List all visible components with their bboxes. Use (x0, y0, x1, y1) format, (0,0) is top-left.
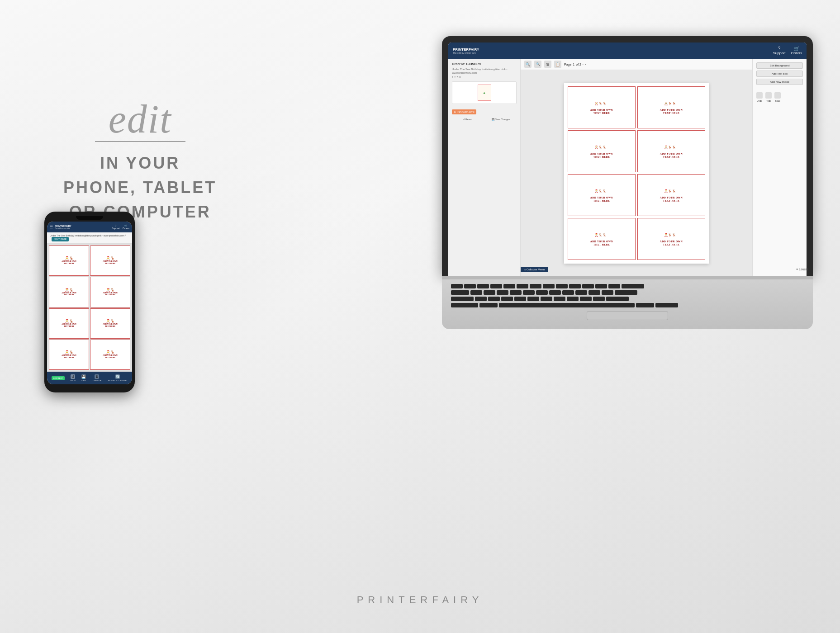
card-item-1[interactable]: 🎅🦌🦌 ADD YOUR OWNTEXT HERE (568, 86, 636, 128)
layers-button[interactable]: ≡ Layers (796, 264, 807, 272)
phone-card-7[interactable]: 🎅🦌 ADD YOUR OWNTEXT HERE (49, 340, 89, 370)
phone-card-5[interactable]: 🎅🦌 ADD YOUR OWNTEXT HERE (49, 308, 89, 339)
hamburger-icon[interactable]: ☰ (50, 225, 53, 229)
zoom-out-icon[interactable]: 🔍 (534, 61, 541, 68)
laptop-hinge (442, 276, 813, 279)
santa-icon-3: 🎅🦌🦌 (593, 143, 611, 151)
save-icon: 💾 (81, 374, 86, 379)
phone-notch (76, 216, 103, 220)
phone-orders-button[interactable]: 🛒 Orders (123, 224, 129, 230)
orders-button[interactable]: 🛒 Orders (791, 46, 802, 55)
phone-card-text-2: ADD YOUR OWNTEXT HERE (103, 260, 117, 265)
key (514, 297, 526, 301)
trash-icon[interactable]: 🗑 (544, 61, 551, 68)
support-button[interactable]: ? Support (773, 46, 786, 55)
santa-icon-8: 🎅🦌🦌 (662, 231, 680, 239)
key (497, 290, 508, 295)
phone-card-2[interactable]: 🎅🦌 ADD YOUR OWNTEXT HERE (90, 246, 130, 276)
key (530, 284, 541, 288)
order-detail: Under The Sea Birthday Invitation glitte… (452, 67, 517, 79)
card-item-2[interactable]: 🎅🦌🦌 ADD YOUR OWNTEXT HERE (637, 86, 705, 128)
phone-card-8[interactable]: 🎅🦌 ADD YOUR OWNTEXT HERE (90, 340, 130, 370)
phone-revert-button[interactable]: 🔄 REVERT TO ORIGINAL (108, 374, 128, 382)
key (490, 284, 502, 288)
phone-screen: ☰ PRINTERFAIRY The edit by printer fairy… (47, 222, 132, 384)
phone-order-info: Under The Sea Birthday Invitation glitte… (47, 232, 132, 244)
phone-card-1[interactable]: 🎅🦌 ADD YOUR OWNTEXT HERE (49, 246, 89, 276)
card-text-7: ADD YOUR OWNTEXT HERE (590, 240, 613, 246)
phone-undo-button[interactable]: ↺ UNDO (70, 374, 76, 382)
key (475, 297, 487, 301)
add-text-box-button[interactable]: Add Text Box (756, 71, 803, 77)
phone-card-6[interactable]: 🎅🦌 ADD YOUR OWNTEXT HERE (90, 308, 130, 339)
edit-text-button[interactable]: EDIT TEXT (52, 376, 64, 380)
key (580, 297, 592, 301)
laptop-bottom-section (442, 276, 813, 329)
collapse-menu-button[interactable]: « Collapse Menu (521, 267, 548, 272)
card-text-5: ADD YOUR OWNTEXT HERE (590, 196, 613, 202)
card-item-7[interactable]: 🎅🦌🦌 ADD YOUR OWNTEXT HERE (568, 218, 636, 260)
next-page-button[interactable]: NEXT PAGE (52, 237, 69, 241)
app-logo: PRINTERFAIRY The edit by printer fairy (453, 47, 479, 54)
phone-card-4[interactable]: 🎅🦌 ADD YOUR OWNTEXT HERE (90, 277, 130, 307)
phone-card-text-3: ADD YOUR OWNTEXT HERE (62, 292, 76, 297)
phone-body: ☰ PRINTERFAIRY The edit by printer fairy… (44, 212, 135, 392)
app-right-panel: Edit Background Add Text Box Add New Ima… (752, 59, 807, 276)
laptop-screen-outer: PRINTERFAIRY The edit by printer fairy ?… (442, 36, 813, 276)
svg-text:🎅🦌🦌: 🎅🦌🦌 (594, 189, 607, 194)
copy-icon[interactable]: 📋 (554, 61, 561, 68)
key (479, 303, 498, 307)
key (588, 290, 600, 295)
key (636, 303, 654, 307)
laptop-keyboard-section (442, 279, 813, 329)
laptop-screen-inner: PRINTERFAIRY The edit by printer fairy ?… (448, 43, 807, 276)
phone-save-button[interactable]: 💾 SAVE (81, 374, 86, 382)
card-item-3[interactable]: 🎅🦌🦌 ADD YOUR OWNTEXT HERE (568, 130, 636, 172)
key (477, 284, 489, 288)
phone-card-text-8: ADD YOUR OWNTEXT HERE (103, 354, 117, 359)
zoom-in-icon[interactable]: 🔍 (524, 61, 532, 68)
sidebar-preview-card: 🎄 (452, 81, 517, 104)
keyboard-row-spacebar (451, 303, 804, 307)
snap-button[interactable]: Snap (774, 92, 781, 102)
card-text-6: ADD YOUR OWNTEXT HERE (660, 196, 683, 202)
card-item-8[interactable]: 🎅🦌🦌 ADD YOUR OWNTEXT HERE (637, 218, 705, 260)
key (606, 297, 629, 301)
key (622, 284, 644, 288)
card-item-4[interactable]: 🎅🦌🦌 ADD YOUR OWNTEXT HERE (637, 130, 705, 172)
key (575, 290, 587, 295)
key (655, 303, 678, 307)
app-nav-right: ? Support 🛒 Orders (773, 46, 802, 55)
phone-support-button[interactable]: ? Support (112, 224, 120, 230)
edit-background-button[interactable]: Edit Background (756, 62, 803, 69)
svg-text:🎅🦌🦌: 🎅🦌🦌 (594, 102, 607, 106)
key (517, 284, 528, 288)
phone-card-text-6: ADD YOUR OWNTEXT HERE (103, 323, 117, 328)
add-new-image-button[interactable]: Add New Image (756, 79, 803, 85)
save-button[interactable]: 💾 Save Changes (485, 118, 517, 121)
santa-icon-2: 🎅🦌🦌 (662, 99, 680, 108)
prev-page-button[interactable]: ‹ (583, 63, 584, 66)
phone-card-3[interactable]: 🎅🦌 ADD YOUR OWNTEXT HERE (49, 277, 89, 307)
phone-canvas: 🎅🦌 ADD YOUR OWNTEXT HERE 🎅🦌 ADD YOUR OWN… (47, 244, 132, 372)
page-info: Page 1 of 2 ‹ › (564, 63, 586, 66)
phone-card-text-4: ADD YOUR OWNTEXT HERE (103, 292, 117, 297)
phone-download-button[interactable]: ⬇ DOWNLOAD (92, 374, 103, 382)
key (569, 284, 581, 288)
undo-button[interactable]: Undo (756, 92, 763, 102)
sidebar-preview-inner: 🎄 (478, 85, 491, 101)
revert-button[interactable]: ↺ Revert (452, 118, 484, 121)
redo-button[interactable]: Redo (765, 92, 772, 102)
key (615, 290, 637, 295)
key (484, 290, 495, 295)
app-navbar: PRINTERFAIRY The edit by printer fairy ?… (448, 43, 807, 59)
next-page-button[interactable]: › (585, 63, 586, 66)
phone-device: ☰ PRINTERFAIRY The edit by printer fairy… (44, 212, 135, 392)
card-item-6[interactable]: 🎅🦌🦌 ADD YOUR OWNTEXT HERE (637, 174, 705, 216)
key (451, 303, 478, 307)
trackpad[interactable] (587, 311, 668, 320)
card-item-5[interactable]: 🎅🦌🦌 ADD YOUR OWNTEXT HERE (568, 174, 636, 216)
key (549, 290, 561, 295)
key (503, 284, 515, 288)
redo-icon (765, 92, 772, 99)
